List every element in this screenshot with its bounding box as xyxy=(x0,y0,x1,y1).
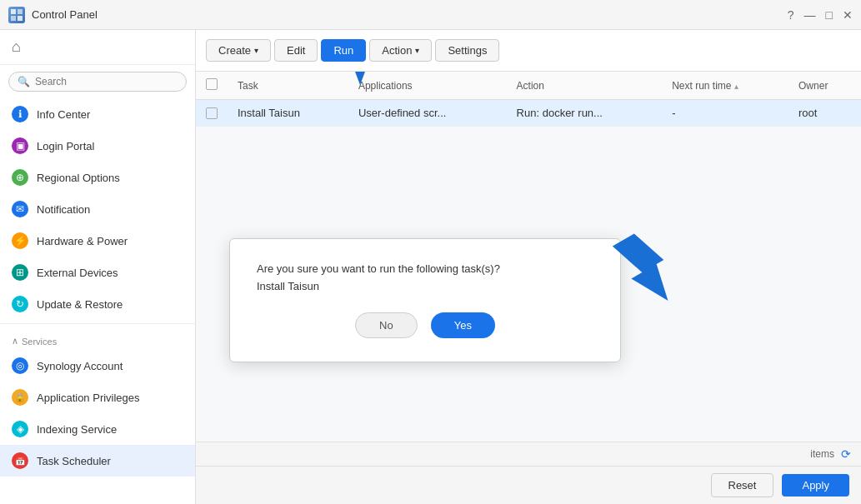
sidebar: ⌂ 🔍 ℹ Info Center ▣ Login Portal ⊕ Regio… xyxy=(0,30,196,504)
sidebar-item-label: Info Center xyxy=(37,108,90,121)
sidebar-item-label: Indexing Service xyxy=(37,423,117,436)
help-button[interactable]: ? xyxy=(788,8,794,22)
status-bar: items ⟳ xyxy=(196,442,861,466)
sidebar-item-hardware-power[interactable]: ⚡ Hardware & Power xyxy=(0,225,195,257)
settings-button[interactable]: Settings xyxy=(435,39,499,62)
app-icon xyxy=(8,7,25,23)
synology-account-icon: ◎ xyxy=(12,357,28,374)
content-area: Create ▾ Edit Run Action ▾ Settings xyxy=(196,30,861,504)
yes-arrow-indicator xyxy=(612,231,687,308)
notification-icon: ✉ xyxy=(12,201,28,217)
services-section-label: ∧ Services xyxy=(0,327,195,350)
search-bar[interactable]: 🔍 xyxy=(8,72,187,92)
table-area: Task Applications Action Next run time ▴ xyxy=(196,72,861,442)
sidebar-item-label: Login Portal xyxy=(37,140,94,152)
login-portal-icon: ▣ xyxy=(12,137,28,154)
bottom-bar: Reset Apply xyxy=(196,466,861,504)
info-center-icon: ℹ xyxy=(12,106,28,122)
svg-rect-2 xyxy=(11,16,16,21)
refresh-icon[interactable]: ⟳ xyxy=(841,447,851,461)
create-caret-icon: ▾ xyxy=(254,46,258,55)
items-label: items xyxy=(810,448,834,460)
task-scheduler-icon: 📅 xyxy=(12,452,28,469)
toolbar: Create ▾ Edit Run Action ▾ Settings xyxy=(196,30,861,72)
title-bar: Control Panel ? — □ ✕ xyxy=(0,0,861,30)
sidebar-item-notification[interactable]: ✉ Notification xyxy=(0,193,195,225)
svg-rect-0 xyxy=(11,9,16,14)
sidebar-item-regional-options[interactable]: ⊕ Regional Options xyxy=(0,162,195,193)
sidebar-item-label: Hardware & Power xyxy=(37,235,128,247)
sidebar-item-login-portal[interactable]: ▣ Login Portal xyxy=(0,130,195,162)
external-devices-icon: ⊞ xyxy=(12,264,28,281)
sidebar-item-label: Update & Restore xyxy=(37,298,123,311)
sidebar-item-label: Regional Options xyxy=(37,172,120,184)
sidebar-item-label: Application Privileges xyxy=(37,392,140,404)
sidebar-item-label: Synology Account xyxy=(37,360,123,372)
search-input[interactable] xyxy=(35,76,152,87)
sidebar-item-task-scheduler[interactable]: 📅 Task Scheduler xyxy=(0,445,195,477)
application-privileges-icon: 🔒 xyxy=(12,389,28,406)
action-caret-icon: ▾ xyxy=(415,46,419,55)
dialog-yes-button[interactable]: Yes xyxy=(431,312,495,338)
sidebar-item-label: Task Scheduler xyxy=(37,455,111,467)
dialog-no-button[interactable]: No xyxy=(355,312,418,338)
maximize-button[interactable]: □ xyxy=(826,8,833,22)
reset-button[interactable]: Reset xyxy=(711,473,774,497)
sidebar-item-application-privileges[interactable]: 🔒 Application Privileges xyxy=(0,382,195,413)
svg-rect-3 xyxy=(18,16,23,21)
confirm-dialog: Are you sure you want to run the followi… xyxy=(229,238,621,362)
sidebar-item-update-restore[interactable]: ↻ Update & Restore xyxy=(0,288,195,320)
search-icon: 🔍 xyxy=(18,76,30,87)
dialog-overlay: Are you sure you want to run the followi… xyxy=(196,72,861,442)
regional-options-icon: ⊕ xyxy=(12,169,28,186)
home-button[interactable]: ⌂ xyxy=(0,30,195,65)
sidebar-item-info-center[interactable]: ℹ Info Center xyxy=(0,98,195,130)
hardware-power-icon: ⚡ xyxy=(12,232,28,249)
create-button[interactable]: Create ▾ xyxy=(206,39,271,62)
edit-button[interactable]: Edit xyxy=(274,39,318,62)
sidebar-item-synology-account[interactable]: ◎ Synology Account xyxy=(0,350,195,382)
run-button[interactable]: Run xyxy=(321,39,366,62)
dialog-buttons: No Yes xyxy=(257,312,593,338)
update-restore-icon: ↻ xyxy=(12,296,28,312)
home-icon: ⌂ xyxy=(12,38,21,56)
dialog-task-name: Install Taisun xyxy=(257,280,593,292)
sidebar-item-label: External Devices xyxy=(37,267,118,279)
indexing-service-icon: ◈ xyxy=(12,421,28,437)
app-title: Control Panel xyxy=(32,8,98,21)
apply-button[interactable]: Apply xyxy=(782,474,849,497)
svg-rect-1 xyxy=(18,9,23,14)
dialog-question: Are you sure you want to run the followi… xyxy=(257,262,593,275)
sidebar-item-indexing-service[interactable]: ◈ Indexing Service xyxy=(0,413,195,445)
minimize-button[interactable]: — xyxy=(804,8,816,22)
sidebar-item-external-devices[interactable]: ⊞ External Devices xyxy=(0,257,195,288)
svg-marker-5 xyxy=(613,231,683,306)
action-button[interactable]: Action ▾ xyxy=(369,39,432,62)
sidebar-item-label: Notification xyxy=(37,203,90,216)
close-button[interactable]: ✕ xyxy=(843,8,853,22)
